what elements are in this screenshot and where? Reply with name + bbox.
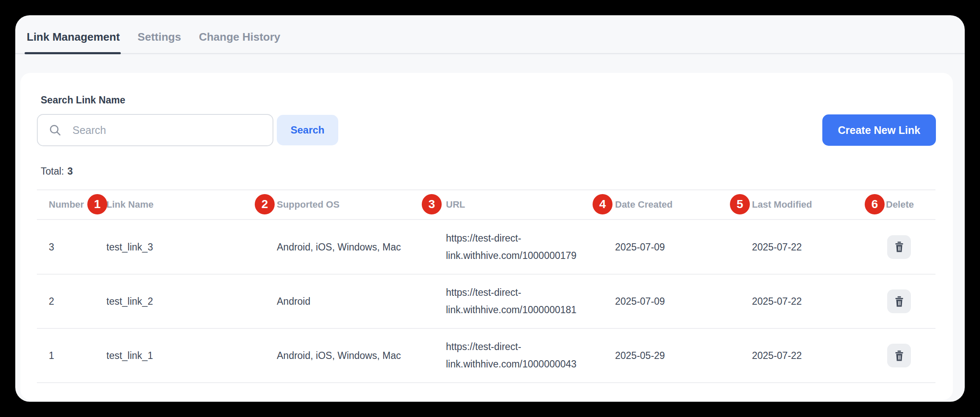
delete-button[interactable] bbox=[887, 235, 911, 259]
annotation-badge-1: 1 bbox=[87, 194, 107, 214]
annotation-badge-2: 2 bbox=[255, 194, 275, 214]
table-row: 1 test_link_1 Android, iOS, Windows, Mac… bbox=[37, 329, 935, 383]
cell-supported-os: Android bbox=[277, 296, 310, 307]
cell-url: https://test-direct- link.withhive.com/1… bbox=[446, 284, 576, 319]
app-card: Link Management Settings Change History … bbox=[15, 15, 965, 402]
content-panel: Search Link Name Search Create New Link … bbox=[20, 73, 953, 400]
delete-button[interactable] bbox=[887, 344, 911, 367]
column-header-link-name: Link Name bbox=[106, 199, 153, 210]
total-count: Total:3 bbox=[41, 166, 73, 177]
cell-date-created: 2025-07-09 bbox=[615, 296, 665, 307]
trash-icon bbox=[894, 241, 905, 253]
tab-change-history[interactable]: Change History bbox=[199, 21, 280, 53]
cell-date-created: 2025-05-29 bbox=[615, 350, 665, 361]
tab-link-management[interactable]: Link Management bbox=[27, 21, 120, 53]
column-header-date-created: Date Created bbox=[615, 199, 673, 210]
url-line: link.withhive.com/1000000043 bbox=[446, 356, 576, 373]
cell-last-modified: 2025-07-22 bbox=[752, 241, 802, 253]
cell-supported-os: Android, iOS, Windows, Mac bbox=[277, 350, 401, 361]
trash-icon bbox=[894, 350, 905, 362]
table-header-row: Number Link Name Supported OS URL Date C… bbox=[37, 189, 935, 220]
url-line: https://test-direct- bbox=[446, 338, 576, 356]
column-header-last-modified: Last Modified bbox=[752, 199, 812, 210]
search-input[interactable] bbox=[72, 124, 264, 137]
cell-date-created: 2025-07-09 bbox=[615, 241, 665, 253]
cell-link-name: test_link_1 bbox=[106, 350, 153, 361]
cell-number: 2 bbox=[49, 296, 54, 307]
cell-last-modified: 2025-07-22 bbox=[752, 296, 802, 307]
annotation-badge-5: 5 bbox=[730, 194, 750, 214]
links-table: Number Link Name Supported OS URL Date C… bbox=[37, 189, 935, 383]
trash-icon bbox=[894, 295, 905, 308]
column-header-url: URL bbox=[446, 199, 465, 210]
cell-link-name: test_link_3 bbox=[106, 241, 153, 253]
annotation-badge-3: 3 bbox=[422, 194, 442, 214]
delete-button[interactable] bbox=[887, 289, 911, 313]
table-row: 2 test_link_2 Android https://test-direc… bbox=[37, 275, 935, 329]
cell-number: 3 bbox=[49, 241, 54, 253]
url-line: link.withhive.com/1000000179 bbox=[446, 247, 576, 264]
annotation-badge-4: 4 bbox=[593, 194, 612, 214]
annotation-badge-6: 6 bbox=[865, 194, 885, 214]
cell-url: https://test-direct- link.withhive.com/1… bbox=[446, 230, 576, 264]
cell-link-name: test_link_2 bbox=[106, 296, 153, 307]
cell-url: https://test-direct- link.withhive.com/1… bbox=[446, 338, 576, 373]
tab-bar: Link Management Settings Change History bbox=[15, 15, 965, 54]
search-input-wrapper bbox=[37, 114, 273, 146]
search-section-label: Search Link Name bbox=[41, 95, 125, 106]
url-line: link.withhive.com/1000000181 bbox=[446, 301, 576, 319]
total-value: 3 bbox=[67, 166, 73, 177]
cell-supported-os: Android, iOS, Windows, Mac bbox=[277, 241, 401, 253]
create-new-link-button[interactable]: Create New Link bbox=[822, 114, 936, 146]
cell-number: 1 bbox=[49, 350, 54, 361]
search-button[interactable]: Search bbox=[277, 115, 338, 145]
column-header-delete: Delete bbox=[886, 199, 914, 210]
screenshot-stage: Link Management Settings Change History … bbox=[0, 0, 980, 417]
table-row: 3 test_link_3 Android, iOS, Windows, Mac… bbox=[37, 220, 935, 275]
url-line: https://test-direct- bbox=[446, 230, 576, 247]
cell-last-modified: 2025-07-22 bbox=[752, 350, 802, 361]
url-line: https://test-direct- bbox=[446, 284, 576, 301]
column-header-number: Number bbox=[49, 199, 84, 210]
search-icon bbox=[48, 123, 62, 137]
tab-settings[interactable]: Settings bbox=[138, 21, 181, 53]
total-label: Total: bbox=[41, 166, 64, 177]
column-header-supported-os: Supported OS bbox=[277, 199, 340, 210]
